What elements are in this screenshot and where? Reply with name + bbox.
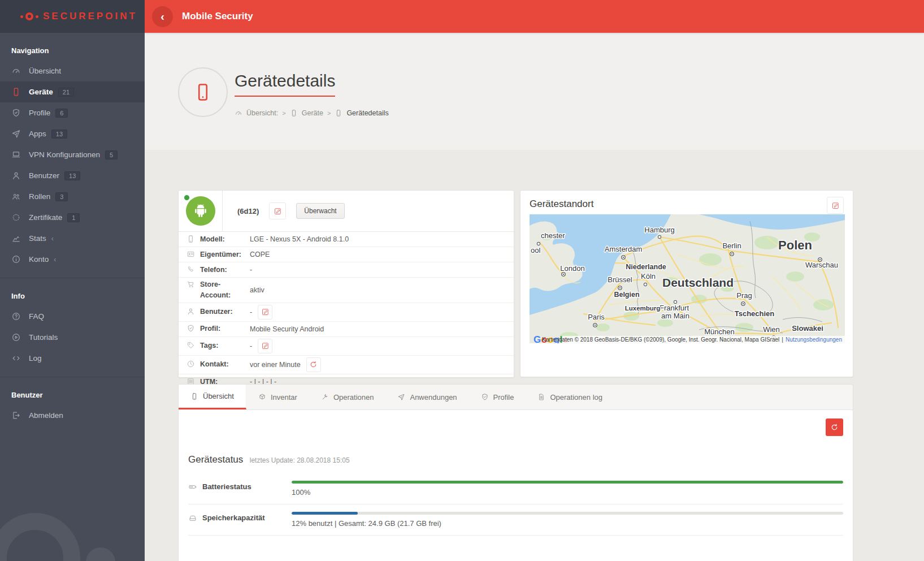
map-city-label: Paris: [588, 313, 605, 321]
code-icon: [11, 353, 21, 363]
row-label: Kontakt:: [200, 359, 229, 370]
tab-operationen-log[interactable]: Operationen log: [526, 385, 614, 409]
row-value: Mobile Security Android: [250, 325, 324, 333]
chevron-left-icon: ‹: [54, 256, 56, 264]
count-badge: 6: [55, 109, 68, 118]
gauge-icon: [11, 66, 21, 76]
cart-icon: [186, 280, 195, 288]
sidebar-item-label: Zertifikate: [29, 213, 62, 222]
brand-logo[interactable]: SECUREPOINT: [0, 0, 145, 33]
handset-icon: [186, 265, 195, 274]
tag-icon: [186, 341, 195, 349]
map-city-label: ool: [531, 246, 540, 254]
map-city-label: Hamburg: [644, 226, 674, 234]
play-circle-icon: [11, 333, 21, 342]
section-title-info: Info: [0, 286, 145, 306]
refresh-kontakt-button[interactable]: [306, 357, 321, 372]
map-city-label: Prag: [736, 291, 752, 300]
shield-icon: [11, 108, 21, 118]
sidebar-item-geraete[interactable]: Geräte 21: [0, 81, 145, 102]
edit-benutzer-button[interactable]: [258, 305, 272, 320]
tab-anwendungen[interactable]: Anwendungen: [385, 385, 468, 409]
breadcrumb: Übersicht: > Geräte > Gerätedetails: [235, 109, 389, 117]
sidebar-item-uebersicht[interactable]: Übersicht: [0, 61, 145, 81]
phone-icon: [290, 109, 298, 117]
breadcrumb-current: Gerätedetails: [346, 109, 388, 117]
terms-link[interactable]: Nutzungsbedingungen: [786, 336, 842, 343]
tab-content-card: Gerätestatus letztes Update: 28.08.2018 …: [178, 410, 853, 561]
sidebar-item-log[interactable]: Log: [0, 348, 145, 369]
tab-inventar[interactable]: Inventar: [246, 385, 309, 409]
row-label: Store-Account:: [200, 279, 250, 301]
map-title: Gerätestandort: [530, 198, 844, 210]
battery-status-row: Batteriestatus 100%: [188, 473, 843, 504]
phone-icon: [190, 392, 198, 400]
sidebar-item-rollen[interactable]: Rollen 3: [0, 186, 145, 207]
info-icon: [11, 254, 21, 264]
battery-progress-track: [292, 481, 843, 484]
wrench-icon: [321, 393, 329, 401]
device-id: (6d12): [237, 207, 259, 215]
sidebar-item-label: Stats: [29, 234, 46, 243]
row-value: vor einer Minute: [250, 361, 301, 369]
refresh-status-button[interactable]: [826, 418, 843, 436]
clock-icon: [186, 360, 195, 368]
breadcrumb-separator: >: [327, 110, 331, 116]
tab-label: Profile: [493, 393, 514, 402]
page-title: Gerätedetails: [235, 71, 335, 97]
securepoint-logo-icon: [20, 12, 38, 20]
count-badge: 5: [105, 150, 118, 159]
pencil-icon: [261, 308, 270, 316]
sidebar-item-apps[interactable]: Apps 13: [0, 123, 145, 144]
status-row-label: Batteriestatus: [202, 482, 251, 491]
tab-label: Übersicht: [203, 392, 234, 400]
map-city-label: Warschau: [805, 261, 838, 269]
breadcrumb-home[interactable]: Übersicht:: [246, 109, 278, 117]
storage-progress-fill: [292, 512, 358, 515]
pencil-icon: [274, 207, 282, 215]
map-country-label: Tschechien: [735, 309, 775, 318]
tab-uebersicht[interactable]: Übersicht: [179, 385, 246, 409]
sidebar-item-konto[interactable]: Konto ‹: [0, 249, 145, 270]
device-row-benutzer: Benutzer: -: [179, 303, 514, 322]
status-table: Batteriestatus 100% Speicherkapazität: [188, 473, 843, 536]
edit-location-button[interactable]: [827, 197, 844, 214]
storage-detail-text: 12% benutzt | Gesamt: 24.9 GB (21.7 GB f…: [292, 519, 843, 528]
edit-device-name-button[interactable]: [269, 202, 286, 219]
brand-name: SECUREPOINT: [43, 11, 137, 22]
certificate-icon: [11, 213, 21, 222]
breadcrumb-devices[interactable]: Geräte: [302, 109, 323, 117]
map-country-label: Slowakei: [792, 324, 823, 333]
sidebar-item-abmelden[interactable]: Abmelden: [0, 405, 145, 426]
device-row-kontakt: Kontakt: vor einer Minute: [179, 356, 514, 374]
users-icon: [11, 192, 21, 201]
tab-profile[interactable]: Profile: [469, 385, 526, 409]
map-country-label: Polen: [778, 238, 812, 252]
sidebar-item-vpn-konfigurationen[interactable]: VPN Konfigurationen 5: [0, 144, 145, 165]
monitored-badge[interactable]: Überwacht: [296, 203, 344, 219]
edit-tags-button[interactable]: [258, 339, 272, 353]
sidebar-item-benutzer[interactable]: Benutzer 13: [0, 165, 145, 186]
map-city-label: München: [704, 327, 734, 336]
sidebar-item-tutorials[interactable]: Tutorials: [0, 327, 145, 348]
sidebar-item-label: Abmelden: [29, 411, 63, 420]
count-badge: 13: [64, 171, 80, 180]
sidebar-item-label: Geräte: [29, 88, 53, 96]
row-value: COPE: [250, 251, 270, 258]
sidebar-item-profile[interactable]: Profile 6: [0, 102, 145, 123]
android-avatar: [186, 196, 215, 226]
sidebar-item-faq[interactable]: FAQ: [0, 306, 145, 327]
battery-progress-fill: [292, 481, 843, 484]
sidebar-item-stats[interactable]: Stats ‹: [0, 228, 145, 249]
sidebar-item-zertifikate[interactable]: Zertifikate 1: [0, 207, 145, 228]
map-city-label: Berlin: [722, 241, 741, 250]
map-city-label: chester: [541, 231, 565, 240]
main-area: ‹ Mobile Security Gerätedetails Übersich…: [145, 0, 924, 561]
map-city-label: am Main: [661, 312, 689, 320]
drive-icon: [188, 513, 197, 523]
paper-plane-icon: [397, 393, 405, 401]
question-icon: [11, 312, 21, 321]
tab-operationen[interactable]: Operationen: [309, 385, 386, 409]
back-button[interactable]: ‹: [152, 6, 173, 27]
google-map[interactable]: chester ool London Hamburg Amsterdam Brü…: [530, 214, 845, 343]
